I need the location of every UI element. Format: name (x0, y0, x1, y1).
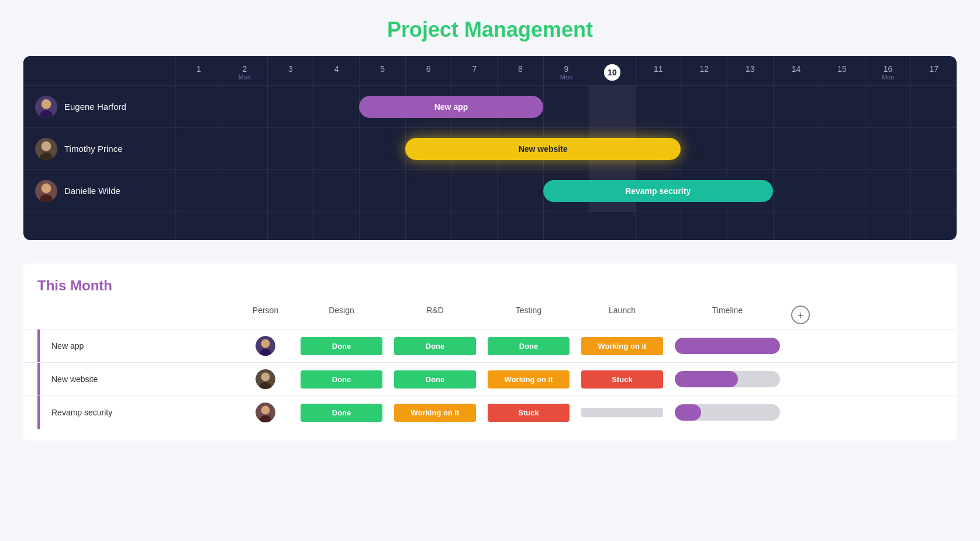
avatar (35, 138, 57, 160)
gantt-cell (222, 128, 268, 169)
gantt-cell (910, 128, 957, 169)
gantt-cell (543, 128, 589, 169)
gantt-day-10: 10 (589, 56, 635, 85)
status-badge[interactable] (581, 408, 663, 417)
gantt-cell (543, 86, 589, 127)
table-row: New website DoneDoneWorking on itStuck (23, 362, 957, 396)
status-cell-launch: Working on it (575, 337, 669, 355)
row-name-cell: New app (37, 330, 236, 362)
timeline-bar-wrap (675, 404, 780, 421)
gantt-person-name: Eugene Harford (64, 102, 126, 112)
gantt-day-7: 7 (451, 56, 498, 85)
add-column-button[interactable]: ＋ (791, 306, 810, 324)
gantt-header: 12Mon3456789Mon10111213141516Mon17 (23, 56, 957, 86)
status-badge[interactable]: Done (301, 337, 382, 355)
col-header-launch: Launch (575, 303, 669, 327)
row-name: New website (44, 374, 98, 384)
status-cell-testing: Working on it (482, 370, 575, 389)
status-badge[interactable]: Done (394, 370, 476, 389)
gantt-cell (635, 170, 681, 211)
gantt-day-6: 6 (405, 56, 451, 85)
table-row: New app DoneDoneDoneWorking on it (23, 329, 957, 362)
gantt-cell (910, 86, 957, 127)
this-month-title: This Month (37, 278, 112, 294)
row-name-cell: Revamp security (37, 396, 236, 429)
status-badge[interactable]: Done (394, 337, 476, 355)
gantt-cell (589, 170, 635, 211)
gantt-day-8: 8 (497, 56, 543, 85)
col-header-timeline: Timeline (669, 303, 786, 327)
gantt-empty-row (23, 212, 957, 240)
gantt-body: Eugene HarfordNew app Timothy PrinceNew … (23, 86, 957, 240)
gantt-day-2: 2Mon (222, 56, 268, 85)
status-cell-rnd: Done (388, 370, 482, 389)
gantt-day-14: 14 (773, 56, 819, 85)
status-badge[interactable]: Working on it (394, 404, 476, 422)
table-row: Revamp security DoneWorking on itStuck (23, 396, 957, 429)
gantt-cell (175, 128, 222, 169)
gantt-cell (313, 86, 360, 127)
table-col-headers: Person Design R&D Testing Launch Timelin… (23, 303, 957, 327)
status-badge[interactable]: Working on it (488, 370, 570, 389)
gantt-cell (497, 86, 543, 127)
gantt-cell (865, 86, 911, 127)
status-cell-testing: Done (482, 337, 575, 355)
gantt-cell (819, 86, 865, 127)
gantt-cell (313, 128, 360, 169)
gantt-cell (773, 86, 819, 127)
gantt-day-17: 17 (910, 56, 957, 85)
gantt-cell (222, 170, 268, 211)
gantt-cell (497, 128, 543, 169)
gantt-cell (865, 170, 911, 211)
gantt-cell (589, 86, 635, 127)
status-badge[interactable]: Working on it (581, 337, 663, 355)
status-badge[interactable]: Stuck (581, 370, 663, 389)
gantt-cell (175, 86, 222, 127)
gantt-cell (359, 128, 405, 169)
svg-point-16 (261, 405, 270, 414)
gantt-row: Timothy PrinceNew website (23, 128, 957, 170)
status-cell-design: Done (295, 404, 388, 422)
svg-point-1 (42, 99, 51, 109)
gantt-cell (451, 170, 498, 211)
status-cell-rnd: Working on it (388, 404, 482, 422)
row-name: Revamp security (44, 408, 112, 417)
gantt-header-spacer (23, 56, 175, 85)
gantt-cell (497, 170, 543, 211)
gantt-cell (222, 86, 268, 127)
col-header-testing: Testing (482, 303, 575, 327)
svg-point-13 (261, 372, 270, 381)
gantt-cell (175, 170, 222, 211)
table-header: This Month (23, 263, 957, 303)
gantt-day-9: 9Mon (543, 56, 589, 85)
status-badge[interactable]: Done (301, 404, 382, 422)
timeline-bar-wrap (675, 371, 780, 387)
gantt-day-3: 3 (267, 56, 313, 85)
gantt-row-cells (175, 128, 957, 169)
status-badge[interactable]: Done (301, 370, 382, 389)
gantt-cell (359, 170, 405, 211)
svg-point-10 (261, 339, 270, 348)
gantt-cell (267, 86, 313, 127)
gantt-cell (451, 128, 498, 169)
status-badge[interactable]: Stuck (488, 404, 570, 422)
status-badge[interactable]: Done (488, 337, 570, 355)
col-header-name (37, 303, 236, 327)
gantt-cell (451, 86, 498, 127)
gantt-person-cell: Danielle Wilde (23, 180, 175, 202)
gantt-cell (267, 170, 313, 211)
gantt-day-13: 13 (727, 56, 773, 85)
row-name: New app (44, 341, 84, 351)
status-cell-design: Done (295, 337, 388, 355)
person-cell (236, 403, 295, 422)
avatar (256, 403, 275, 422)
gantt-cell (819, 128, 865, 169)
gantt-day-15: 15 (819, 56, 865, 85)
gantt-cell (589, 128, 635, 169)
avatar (256, 369, 275, 389)
col-header-design: Design (295, 303, 388, 327)
avatar (35, 180, 57, 202)
status-cell-launch (575, 408, 669, 417)
col-header-person: Person (236, 303, 295, 327)
gantt-cell (819, 170, 865, 211)
